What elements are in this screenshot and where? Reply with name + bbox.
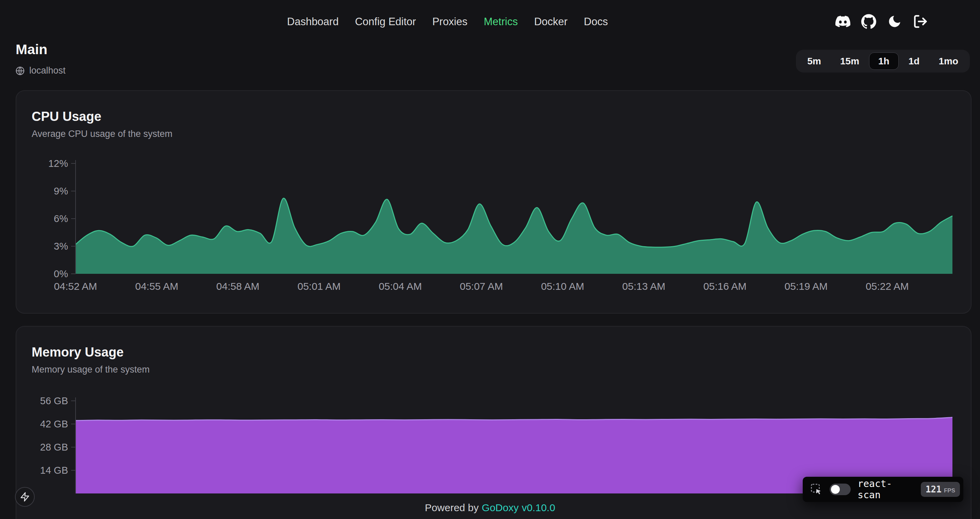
discord-icon[interactable] [835,14,851,29]
version-label: v0.10.0 [522,502,555,513]
svg-text:0%: 0% [54,268,68,279]
time-range-1d[interactable]: 1d [899,53,929,70]
fps-unit: FPS [944,487,955,494]
svg-text:04:52 AM: 04:52 AM [54,281,97,292]
cpu-usage-card: CPU Usage Average CPU usage of the syste… [16,90,972,314]
svg-text:05:01 AM: 05:01 AM [298,281,340,292]
time-range-1h[interactable]: 1h [869,53,899,70]
nav-item-docker[interactable]: Docker [534,16,568,28]
top-nav: Dashboard Config Editor Proxies Metrics … [287,16,608,28]
svg-text:6%: 6% [54,213,68,224]
svg-text:04:58 AM: 04:58 AM [216,281,259,292]
react-scan-toggle[interactable] [830,484,851,495]
footer: Powered byGoDoxyv0.10.0 [0,502,980,514]
svg-text:04:55 AM: 04:55 AM [135,281,178,292]
godoxy-link[interactable]: GoDoxy [482,502,519,513]
svg-text:28 GB: 28 GB [40,442,68,453]
svg-text:9%: 9% [54,185,68,196]
svg-text:05:22 AM: 05:22 AM [865,281,909,292]
logout-icon[interactable] [913,14,928,29]
page-title: Main [16,42,47,57]
svg-text:12%: 12% [48,160,68,169]
nav-item-dashboard[interactable]: Dashboard [287,16,339,28]
nav-item-metrics[interactable]: Metrics [484,16,518,28]
bolt-icon [20,492,30,502]
svg-text:05:13 AM: 05:13 AM [622,281,666,292]
dark-mode-icon[interactable] [887,14,902,29]
time-range-15m[interactable]: 15m [831,53,869,70]
nav-item-proxies[interactable]: Proxies [432,16,467,28]
react-scan-toolbar[interactable]: react-scan 121 FPS [803,477,963,502]
svg-text:05:10 AM: 05:10 AM [541,281,584,292]
svg-text:42 GB: 42 GB [40,418,68,430]
svg-text:14 GB: 14 GB [40,465,68,476]
memory-card-subtitle: Memory usage of the system [32,364,956,375]
cpu-card-title: CPU Usage [32,109,956,124]
cpu-usage-chart[interactable]: 12%9%6%3%0%04:52 AM04:55 AM04:58 AM05:01… [32,160,956,297]
globe-icon [15,66,25,76]
svg-text:56 GB: 56 GB [40,395,68,406]
nav-item-config-editor[interactable]: Config Editor [355,16,416,28]
cpu-card-subtitle: Average CPU usage of the system [32,129,956,139]
time-range-control: 5m 15m 1h 1d 1mo [796,50,970,72]
memory-card-title: Memory Usage [32,345,956,359]
nav-item-docs[interactable]: Docs [584,16,608,28]
inspect-icon[interactable] [810,483,823,496]
quick-actions-button[interactable] [15,487,35,507]
toggle-knob [831,485,840,494]
react-scan-label: react-scan [858,478,914,501]
time-range-1mo[interactable]: 1mo [929,53,967,70]
host-row: localhost [15,65,66,76]
header-icons [835,14,928,29]
fps-badge: 121 FPS [921,482,960,497]
svg-text:3%: 3% [54,241,68,252]
svg-text:05:16 AM: 05:16 AM [703,281,746,292]
app-viewport: Dashboard Config Editor Proxies Metrics … [0,0,980,519]
github-icon[interactable] [861,14,877,29]
powered-by-text: Powered by [425,502,479,513]
svg-text:05:19 AM: 05:19 AM [785,281,828,292]
host-label: localhost [29,65,66,76]
time-range-5m[interactable]: 5m [798,53,830,70]
svg-text:05:04 AM: 05:04 AM [379,281,422,292]
svg-text:05:07 AM: 05:07 AM [460,281,503,292]
fps-value: 121 [926,484,942,495]
